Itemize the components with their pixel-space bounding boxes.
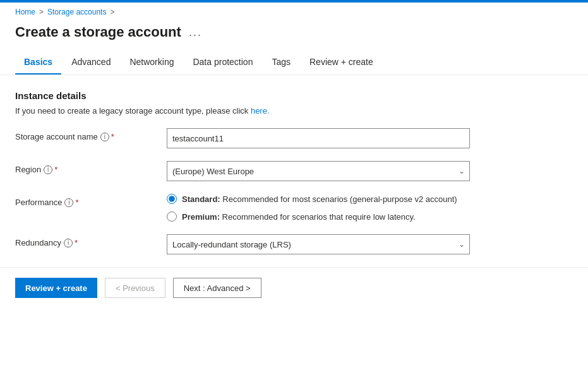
redundancy-select[interactable]: Locally-redundant storage (LRS) Zone-red…: [167, 234, 470, 254]
legacy-note: If you need to create a legacy storage a…: [15, 106, 573, 116]
breadcrumb-home[interactable]: Home: [15, 8, 35, 16]
performance-row: Performance i * Standard: Recommended fo…: [15, 194, 573, 222]
performance-label: Performance i *: [15, 194, 167, 207]
storage-account-name-label: Storage account name i *: [15, 128, 167, 141]
performance-standard-label: Standard: Recommended for most scenarios…: [182, 194, 457, 204]
tab-data-protection[interactable]: Data protection: [184, 51, 261, 74]
main-content: Instance details If you need to create a…: [0, 75, 588, 254]
performance-premium-radio[interactable]: [167, 211, 177, 222]
previous-button[interactable]: < Previous: [105, 278, 165, 298]
performance-premium-label: Premium: Recommended for scenarios that …: [182, 212, 416, 222]
region-select[interactable]: (Europe) West Europe (US) East US (US) W…: [167, 161, 470, 181]
storage-name-required: *: [111, 132, 114, 141]
redundancy-control: Locally-redundant storage (LRS) Zone-red…: [167, 234, 470, 254]
tab-networking[interactable]: Networking: [121, 51, 183, 74]
redundancy-required: *: [75, 238, 78, 247]
tab-advanced[interactable]: Advanced: [63, 51, 119, 74]
ellipsis-button[interactable]: ...: [189, 26, 202, 39]
performance-standard-radio[interactable]: [167, 194, 177, 204]
region-required: *: [54, 165, 57, 174]
region-row: Region i * (Europe) West Europe (US) Eas…: [15, 161, 573, 181]
redundancy-row: Redundancy i * Locally-redundant storage…: [15, 234, 573, 254]
performance-required: *: [75, 198, 78, 207]
page-title: Create a storage account: [15, 24, 181, 40]
performance-info-icon[interactable]: i: [64, 198, 73, 207]
footer: Review + create < Previous Next : Advanc…: [0, 268, 588, 308]
tabs-bar: Basics Advanced Networking Data protecti…: [0, 51, 588, 75]
tab-tags[interactable]: Tags: [263, 51, 299, 74]
performance-premium-option[interactable]: Premium: Recommended for scenarios that …: [167, 211, 470, 222]
performance-control: Standard: Recommended for most scenarios…: [167, 194, 470, 222]
legacy-link[interactable]: here.: [251, 106, 270, 116]
storage-name-info-icon[interactable]: i: [100, 133, 109, 141]
breadcrumb-sep2: >: [110, 8, 114, 16]
storage-account-name-row: Storage account name i * testaccount11: [15, 128, 573, 148]
breadcrumb: Home > Storage accounts >: [0, 3, 588, 21]
tab-review-create[interactable]: Review + create: [301, 51, 382, 74]
review-create-button[interactable]: Review + create: [15, 278, 97, 298]
breadcrumb-storage-accounts[interactable]: Storage accounts: [47, 8, 106, 16]
next-advanced-button[interactable]: Next : Advanced >: [173, 278, 261, 298]
performance-radio-group: Standard: Recommended for most scenarios…: [167, 194, 470, 222]
storage-account-name-control: testaccount11: [167, 128, 470, 148]
tab-basics[interactable]: Basics: [15, 51, 61, 74]
redundancy-info-icon[interactable]: i: [64, 239, 73, 247]
breadcrumb-sep1: >: [39, 8, 44, 16]
region-label: Region i *: [15, 161, 167, 174]
region-control: (Europe) West Europe (US) East US (US) W…: [167, 161, 470, 181]
page-header: Create a storage account ...: [0, 21, 588, 51]
storage-account-name-input[interactable]: testaccount11: [167, 128, 470, 148]
region-select-wrapper: (Europe) West Europe (US) East US (US) W…: [167, 161, 470, 181]
redundancy-select-wrapper: Locally-redundant storage (LRS) Zone-red…: [167, 234, 470, 254]
redundancy-label: Redundancy i *: [15, 234, 167, 247]
region-info-icon[interactable]: i: [44, 165, 52, 174]
performance-standard-option[interactable]: Standard: Recommended for most scenarios…: [167, 194, 470, 204]
section-title: Instance details: [15, 90, 573, 101]
